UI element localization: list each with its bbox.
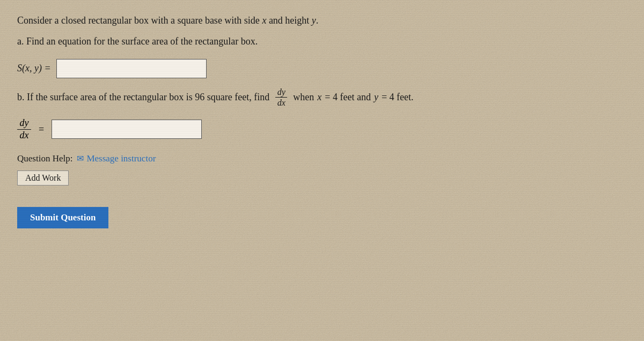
surface-area-input[interactable] <box>56 59 207 78</box>
submit-container: Submit Question <box>17 207 573 228</box>
dx-denominator: dx <box>20 130 29 142</box>
question-help-row: Question Help: ✉ Message instructor <box>17 153 573 164</box>
add-work-container: Add Work <box>17 171 573 196</box>
message-instructor-label: Message instructor <box>86 153 156 164</box>
part-b-text: b. If the surface area of the rectangula… <box>17 87 414 108</box>
part-a-text: a. Find an equation for the surface area… <box>17 34 573 49</box>
dy-dx-input[interactable] <box>52 120 202 139</box>
equals-sign: = <box>39 124 44 135</box>
problem-intro: Consider a closed rectangular box with a… <box>17 13 573 28</box>
dy-numerator: dy <box>20 117 29 129</box>
envelope-icon: ✉ <box>77 153 84 164</box>
message-instructor-link[interactable]: ✉ Message instructor <box>77 153 156 164</box>
question-help-label: Question Help: <box>17 153 72 164</box>
add-work-button[interactable]: Add Work <box>17 171 69 186</box>
s-xy-label: S(x, y) = <box>17 63 51 74</box>
submit-question-button[interactable]: Submit Question <box>17 207 108 228</box>
part-b-row: b. If the surface area of the rectangula… <box>17 87 573 108</box>
part-a-equation: S(x, y) = <box>17 59 573 78</box>
part-b-equation: dy dx = <box>17 117 573 142</box>
